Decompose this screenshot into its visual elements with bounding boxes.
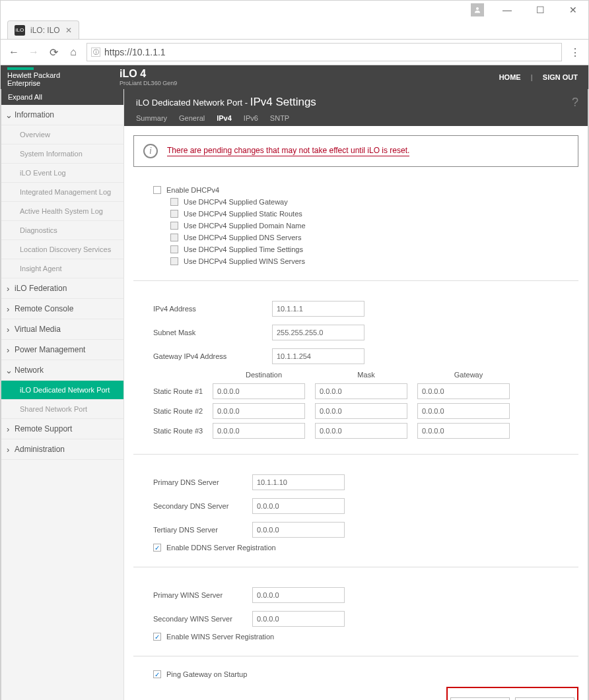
ipv4-address-input[interactable]: 10.1.1.1	[272, 301, 364, 317]
routes-header: Destination Mask Gateway	[153, 368, 578, 381]
ipv4-address-label: IPv4 Address	[153, 305, 265, 313]
wins-registration-label: Enable WINS Server Registration	[166, 633, 274, 641]
static-route-2: Static Route #2 0.0.0.0 0.0.0.0 0.0.0.0	[153, 401, 578, 421]
route3-gw-input[interactable]: 0.0.0.0	[417, 423, 510, 439]
sidebar-item-ahs-log[interactable]: Active Health System Log	[1, 202, 123, 221]
dhcp-static-routes-label: Use DHCPv4 Supplied Static Routes	[184, 210, 302, 218]
sidebar-section-remote-support[interactable]: Remote Support	[1, 419, 123, 439]
routes-col-mask: Mask	[315, 371, 417, 379]
tertiary-dns-input[interactable]: 0.0.0.0	[252, 522, 345, 538]
sidebar-section-federation[interactable]: iLO Federation	[1, 278, 123, 299]
breadcrumb-context: iLO Dedicated Network Port -	[136, 98, 250, 108]
route1-dest-input[interactable]: 0.0.0.0	[213, 383, 305, 399]
enable-dhcpv4-checkbox[interactable]	[153, 186, 161, 194]
tertiary-dns-label: Tertiary DNS Server	[153, 526, 246, 534]
tab-ipv4[interactable]: IPv4	[217, 114, 232, 122]
dhcp-gateway-checkbox[interactable]	[170, 198, 178, 206]
dns-section: Primary DNS Server 10.1.1.10 Secondary D…	[133, 466, 578, 567]
dhcp-wins-checkbox[interactable]	[170, 257, 178, 265]
tab-close-icon[interactable]: ✕	[65, 26, 72, 35]
ping-gateway-checkbox[interactable]	[153, 670, 161, 678]
window-titlebar: — ☐ ✕	[1, 1, 588, 19]
dhcp-dns-label: Use DHCPv4 Supplied DNS Servers	[184, 234, 302, 241]
gateway-input[interactable]: 10.1.1.254	[272, 348, 364, 364]
reload-button[interactable]: ⟳	[47, 46, 60, 59]
sidebar-section-administration[interactable]: Administration	[1, 439, 123, 460]
sidebar-item-dedicated-port[interactable]: iLO Dedicated Network Port	[1, 381, 123, 400]
page-header: iLO Dedicated Network Port - IPv4 Settin…	[124, 89, 588, 126]
dhcp-dns-checkbox[interactable]	[170, 234, 178, 241]
browser-tab[interactable]: iLO iLO: ILO ✕	[7, 20, 79, 39]
wins-section: Primary WINS Server 0.0.0.0 Secondary WI…	[133, 579, 578, 656]
product-title: iLO 4 ProLiant DL360 Gen9	[120, 68, 177, 86]
primary-wins-input[interactable]: 0.0.0.0	[252, 587, 345, 603]
route1-gw-input[interactable]: 0.0.0.0	[417, 383, 510, 399]
static-route-1: Static Route #1 0.0.0.0 0.0.0.0 0.0.0.0	[153, 381, 578, 401]
forward-button[interactable]: →	[27, 46, 40, 59]
svg-point-0	[476, 7, 479, 10]
dhcp-time-label: Use DHCPv4 Supplied Time Settings	[184, 245, 303, 253]
dhcp-gateway-label: Use DHCPv4 Supplied Gateway	[184, 198, 288, 206]
route3-dest-input[interactable]: 0.0.0.0	[213, 423, 305, 439]
tab-sntp[interactable]: SNTP	[270, 114, 289, 122]
sidebar-section-remote-console[interactable]: Remote Console	[1, 299, 123, 319]
tab-title: iLO: ILO	[30, 26, 60, 35]
sidebar-item-location-discovery[interactable]: Location Discovery Services	[1, 240, 123, 259]
sidebar-item-insight-agent[interactable]: Insight Agent	[1, 259, 123, 278]
dhcp-domain-checkbox[interactable]	[170, 222, 178, 230]
tab-general[interactable]: General	[179, 114, 205, 122]
expand-all-button[interactable]: Expand All	[1, 89, 123, 105]
favicon-icon: iLO	[15, 25, 25, 36]
reset-button[interactable]: Reset	[450, 697, 510, 700]
url-bar[interactable]: ⓘ	[87, 43, 562, 61]
sidebar-section-information[interactable]: Information	[1, 105, 123, 125]
sidebar-item-shared-port[interactable]: Shared Network Port	[1, 400, 123, 419]
back-button[interactable]: ←	[7, 46, 20, 59]
route2-mask-input[interactable]: 0.0.0.0	[315, 403, 407, 419]
secondary-dns-input[interactable]: 0.0.0.0	[252, 498, 345, 514]
sidebar-item-ilo-event-log[interactable]: iLO Event Log	[1, 164, 123, 183]
enable-dhcpv4-label: Enable DHCPv4	[166, 186, 219, 194]
dhcp-section: Enable DHCPv4 Use DHCPv4 Supplied Gatewa…	[133, 180, 578, 281]
dhcp-time-checkbox[interactable]	[170, 245, 178, 253]
window-maximize-button[interactable]: ☐	[530, 3, 550, 16]
action-bar: Reset Submit	[446, 687, 578, 700]
submit-button[interactable]: Submit	[515, 697, 574, 700]
route3-mask-input[interactable]: 0.0.0.0	[315, 423, 407, 439]
page-info-icon[interactable]: ⓘ	[91, 48, 100, 57]
primary-dns-input[interactable]: 10.1.1.10	[252, 474, 345, 490]
sidebar-item-iml[interactable]: Integrated Management Log	[1, 183, 123, 202]
route1-mask-input[interactable]: 0.0.0.0	[315, 383, 407, 399]
subnet-mask-label: Subnet Mask	[153, 329, 265, 336]
signout-link[interactable]: SIGN OUT	[539, 73, 582, 81]
sidebar-item-overview[interactable]: Overview	[1, 125, 123, 144]
header-links: HOME | SIGN OUT	[495, 73, 582, 81]
sidebar-item-system-information[interactable]: System Information	[1, 144, 123, 164]
address-section: IPv4 Address 10.1.1.1 Subnet Mask 255.25…	[133, 293, 578, 455]
subnet-mask-input[interactable]: 255.255.255.0	[272, 325, 364, 340]
tab-summary[interactable]: Summary	[136, 114, 167, 122]
browser-menu-button[interactable]: ⋮	[569, 46, 582, 59]
wins-registration-checkbox[interactable]	[153, 633, 161, 641]
dhcp-static-routes-checkbox[interactable]	[170, 210, 178, 218]
home-link[interactable]: HOME	[495, 73, 525, 81]
secondary-dns-label: Secondary DNS Server	[153, 502, 246, 510]
help-icon[interactable]: ?	[572, 96, 578, 110]
url-input[interactable]	[104, 47, 557, 57]
home-button[interactable]: ⌂	[67, 46, 80, 59]
route2-gw-input[interactable]: 0.0.0.0	[417, 403, 510, 419]
route3-label: Static Route #3	[153, 427, 213, 435]
page-title: IPv4 Settings	[250, 96, 316, 108]
sidebar-section-power[interactable]: Power Management	[1, 340, 123, 360]
tab-ipv6[interactable]: IPv6	[244, 114, 258, 122]
ddns-registration-checkbox[interactable]	[153, 544, 161, 552]
sidebar-section-virtual-media[interactable]: Virtual Media	[1, 319, 123, 340]
window-close-button[interactable]: ✕	[563, 3, 583, 16]
sidebar-item-diagnostics[interactable]: Diagnostics	[1, 221, 123, 240]
window-minimize-button[interactable]: —	[497, 3, 517, 16]
route2-dest-input[interactable]: 0.0.0.0	[213, 403, 305, 419]
sidebar-section-network[interactable]: Network	[1, 360, 123, 381]
secondary-wins-input[interactable]: 0.0.0.0	[252, 611, 345, 627]
static-route-3: Static Route #3 0.0.0.0 0.0.0.0 0.0.0.0	[153, 421, 578, 441]
gateway-label: Gateway IPv4 Address	[153, 352, 265, 360]
